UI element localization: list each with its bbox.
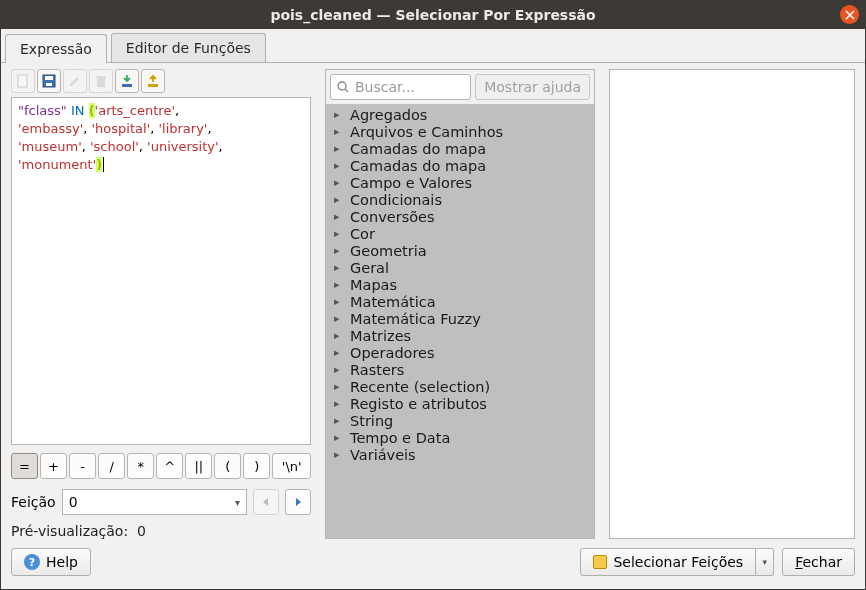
tree-item[interactable]: ▸Variáveis: [326, 446, 594, 463]
tree-item[interactable]: ▸Camadas do mapa: [326, 140, 594, 157]
tree-item-label: Operadores: [350, 345, 435, 361]
tree-item[interactable]: ▸Recente (selection): [326, 378, 594, 395]
operator-button[interactable]: +: [40, 453, 67, 479]
tab-expression[interactable]: Expressão: [5, 34, 107, 63]
left-panel: "fclass" IN ('arts_centre','embassy', 'h…: [11, 69, 311, 539]
chevron-right-icon: ▸: [334, 108, 344, 121]
tree-item[interactable]: ▸Arquivos e Caminhos: [326, 123, 594, 140]
footer: ? Help Selecionar Feições ▾ Fechar: [1, 545, 865, 589]
chevron-down-icon: ▾: [235, 497, 240, 508]
svg-rect-0: [18, 75, 27, 87]
new-file-icon[interactable]: [11, 69, 35, 93]
tree-item-label: String: [350, 413, 393, 429]
svg-point-8: [338, 82, 346, 90]
operator-row: =+-/*^||()'\n': [11, 453, 311, 479]
chevron-right-icon: ▸: [334, 176, 344, 189]
tree-item[interactable]: ▸Operadores: [326, 344, 594, 361]
tree-item[interactable]: ▸Conversões: [326, 208, 594, 225]
chevron-right-icon: ▸: [334, 295, 344, 308]
operator-button[interactable]: =: [11, 453, 38, 479]
tree-item-label: Matrizes: [350, 328, 411, 344]
function-panel-top: Buscar... Mostrar ajuda: [326, 70, 594, 104]
tree-item-label: Agregados: [350, 107, 427, 123]
tree-item[interactable]: ▸Matemática Fuzzy: [326, 310, 594, 327]
tree-item[interactable]: ▸Registo e atributos: [326, 395, 594, 412]
text-caret: [103, 157, 104, 172]
help-icon: ?: [24, 554, 40, 570]
chevron-right-icon: ▸: [334, 125, 344, 138]
preview-value: 0: [137, 523, 146, 539]
tree-item-label: Conversões: [350, 209, 435, 225]
tab-function-editor[interactable]: Editor de Funções: [111, 33, 266, 62]
tree-item[interactable]: ▸Camadas do mapa: [326, 157, 594, 174]
tree-item[interactable]: ▸Campo e Valores: [326, 174, 594, 191]
save-icon[interactable]: [37, 69, 61, 93]
svg-rect-6: [122, 84, 132, 87]
tree-item-label: Condicionais: [350, 192, 442, 208]
chevron-right-icon: ▸: [334, 397, 344, 410]
tree-item-label: Geometria: [350, 243, 427, 259]
tree-item[interactable]: ▸Geral: [326, 259, 594, 276]
operator-button[interactable]: (: [214, 453, 241, 479]
tree-item[interactable]: ▸Mapas: [326, 276, 594, 293]
chevron-right-icon: ▸: [334, 261, 344, 274]
tree-item-label: Recente (selection): [350, 379, 490, 395]
tree-item[interactable]: ▸Tempo e Data: [326, 429, 594, 446]
operator-button[interactable]: /: [98, 453, 125, 479]
next-feature-button[interactable]: [285, 489, 311, 515]
show-help-button[interactable]: Mostrar ajuda: [475, 74, 590, 100]
chevron-right-icon: ▸: [334, 193, 344, 206]
expression-editor[interactable]: "fclass" IN ('arts_centre','embassy', 'h…: [11, 97, 311, 445]
tree-item-label: Rasters: [350, 362, 404, 378]
operator-button[interactable]: -: [69, 453, 96, 479]
tree-item-label: Registo e atributos: [350, 396, 487, 412]
window-title: pois_cleaned — Selecionar Por Expressão: [270, 7, 595, 23]
tree-item-label: Matemática: [350, 294, 436, 310]
edit-icon[interactable]: [63, 69, 87, 93]
tree-item[interactable]: ▸Geometria: [326, 242, 594, 259]
chevron-right-icon: ▸: [334, 278, 344, 291]
prev-feature-button[interactable]: [253, 489, 279, 515]
operator-button[interactable]: '\n': [272, 453, 311, 479]
chevron-right-icon: ▸: [334, 363, 344, 376]
dialog-window: pois_cleaned — Selecionar Por Expressão …: [0, 0, 866, 590]
svg-rect-4: [97, 78, 105, 87]
close-button[interactable]: Fechar: [782, 548, 855, 576]
operator-button[interactable]: ||: [185, 453, 212, 479]
search-input[interactable]: Buscar...: [330, 74, 471, 100]
select-icon: [593, 555, 607, 569]
preview-row: Pré-visualização: 0: [11, 523, 311, 539]
help-panel: [609, 69, 855, 539]
tree-item-label: Campo e Valores: [350, 175, 472, 191]
tree-item[interactable]: ▸Matemática: [326, 293, 594, 310]
tree-item[interactable]: ▸Condicionais: [326, 191, 594, 208]
help-button[interactable]: ? Help: [11, 548, 91, 576]
feature-label: Feição: [11, 494, 56, 510]
tree-item-label: Mapas: [350, 277, 397, 293]
import-icon[interactable]: [115, 69, 139, 93]
chevron-right-icon: ▸: [334, 346, 344, 359]
operator-button[interactable]: ): [243, 453, 270, 479]
export-icon[interactable]: [141, 69, 165, 93]
tree-item[interactable]: ▸Matrizes: [326, 327, 594, 344]
chevron-right-icon: ▸: [334, 414, 344, 427]
tree-item[interactable]: ▸String: [326, 412, 594, 429]
tree-item-label: Cor: [350, 226, 375, 242]
tree-item[interactable]: ▸Agregados: [326, 106, 594, 123]
svg-rect-7: [148, 84, 158, 87]
chevron-right-icon: ▸: [334, 448, 344, 461]
select-features-dropdown[interactable]: ▾: [756, 548, 774, 576]
close-icon[interactable]: [840, 5, 859, 24]
operator-button[interactable]: *: [127, 453, 154, 479]
chevron-right-icon: ▸: [334, 431, 344, 444]
function-tree[interactable]: ▸Agregados▸Arquivos e Caminhos▸Camadas d…: [326, 104, 594, 538]
operator-button[interactable]: ^: [156, 453, 183, 479]
chevron-right-icon: ▸: [334, 227, 344, 240]
tree-item[interactable]: ▸Rasters: [326, 361, 594, 378]
feature-spinbox[interactable]: 0 ▾: [62, 489, 247, 515]
select-features-button[interactable]: Selecionar Feições ▾: [580, 548, 774, 576]
tree-item-label: Tempo e Data: [350, 430, 450, 446]
delete-icon[interactable]: [89, 69, 113, 93]
tree-item[interactable]: ▸Cor: [326, 225, 594, 242]
chevron-right-icon: ▸: [334, 159, 344, 172]
